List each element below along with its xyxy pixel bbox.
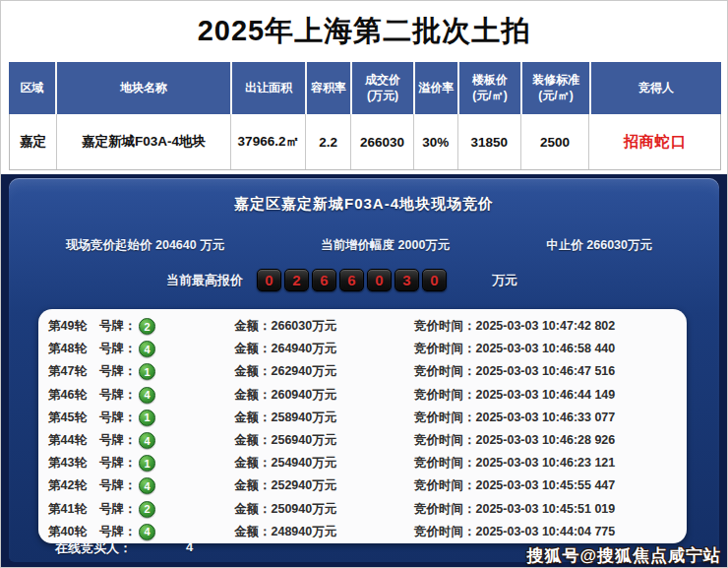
highest-bid-digit-display: 0266030 <box>257 269 447 291</box>
bid-round-row: 第41轮 号牌： 2 金额：250940万元 竞价时间：2025-03-03 1… <box>38 498 687 521</box>
bid-time: 竞价时间：2025-03-03 10:44:04 775 <box>414 524 687 540</box>
screenshot-root: 2025年上海第二批次土拍 区域 地块名称 出让面积 容积率 成交价 (万元) … <box>0 0 728 568</box>
amount-label: 金额： <box>234 388 272 402</box>
bid-time: 竞价时间：2025-03-03 10:45:51 019 <box>414 501 687 518</box>
bid-digit: 2 <box>284 269 309 291</box>
amount-value: 264940万元 <box>272 342 337 355</box>
round-number: 第44轮 <box>48 432 99 449</box>
amount-value: 262940万元 <box>272 364 337 378</box>
bid-amount: 金额：264940万元 <box>234 341 414 357</box>
stop-price-text: 中止价 266030万元 <box>546 237 652 254</box>
time-value: 2025-03-03 10:45:55 447 <box>476 478 616 492</box>
auction-panel-inner: 嘉定区嘉定新城F03A-4地块现场竞价 现场竞价起始价 204640 万元 当前… <box>9 178 719 562</box>
amount-value: 260940万元 <box>272 388 337 402</box>
plate-label: 号牌： <box>99 318 139 335</box>
bid-amount: 金额：258940万元 <box>234 410 414 426</box>
time-label: 竞价时间： <box>414 364 476 378</box>
time-label: 竞价时间： <box>414 456 476 470</box>
bid-round-row: 第48轮 号牌： 4 金额：264940万元 竞价时间：2025-03-03 1… <box>38 338 687 360</box>
amount-value: 266030万元 <box>272 319 337 333</box>
amount-label: 金额： <box>234 342 272 355</box>
amount-value: 248940万元 <box>272 525 337 538</box>
table-header-row: 区域 地块名称 出让面积 容积率 成交价 (万元) 溢价率 楼板价 (元/㎡) … <box>9 62 721 114</box>
amount-label: 金额： <box>234 502 272 516</box>
time-value: 2025-03-03 10:44:04 775 <box>476 525 616 538</box>
plate-label: 号牌： <box>99 432 139 449</box>
round-number: 第47轮 <box>48 363 99 380</box>
time-label: 竞价时间： <box>414 478 476 492</box>
col-header-floor-price: 楼板价 (元/㎡) <box>459 62 522 114</box>
bidder-plate-badge: 2 <box>139 318 155 335</box>
time-label: 竞价时间： <box>414 410 476 424</box>
bid-amount: 金额：254940万元 <box>234 455 414 472</box>
bid-round-row: 第45轮 号牌： 1 金额：258940万元 竞价时间：2025-03-03 1… <box>38 407 687 429</box>
amount-value: 250940万元 <box>272 502 337 516</box>
col-header-premium-rate: 溢价率 <box>415 62 459 114</box>
online-bidders-bar: 在线竞买人： 4 <box>55 539 193 557</box>
increment-text: 当前增价幅度 2000万元 <box>321 237 450 254</box>
title-bar: 2025年上海第二批次土拍 <box>1 1 727 61</box>
time-label: 竞价时间： <box>414 433 476 447</box>
bid-amount: 金额：266030万元 <box>234 318 414 335</box>
time-value: 2025-03-03 10:46:33 077 <box>476 410 616 424</box>
bidder-plate-badge: 1 <box>139 455 155 472</box>
time-value: 2025-03-03 10:46:47 516 <box>476 364 616 378</box>
col-header-deal-price: 成交价 (万元) <box>352 62 415 114</box>
bid-digit: 0 <box>257 269 281 291</box>
bid-round-row: 第42轮 号牌： 4 金额：252940万元 竞价时间：2025-03-03 1… <box>38 474 687 497</box>
bid-time: 竞价时间：2025-03-03 10:46:47 516 <box>414 363 687 380</box>
time-value: 2025-03-03 10:45:51 019 <box>476 502 616 516</box>
amount-label: 金额： <box>234 456 272 470</box>
bidder-plate-badge: 4 <box>139 432 155 449</box>
time-label: 竞价时间： <box>414 388 476 402</box>
bid-amount: 金额：248940万元 <box>234 524 414 540</box>
bid-time: 竞价时间：2025-03-03 10:47:42 802 <box>414 318 687 335</box>
bidder-plate-badge: 4 <box>139 341 155 357</box>
amount-label: 金额： <box>234 478 272 492</box>
plate-label: 号牌： <box>99 524 139 540</box>
cell-decoration: 2500 <box>521 114 590 169</box>
bidder-plate-badge: 4 <box>139 387 155 404</box>
cell-premium-rate: 30% <box>414 114 458 169</box>
plate-label: 号牌： <box>99 501 139 518</box>
amount-value: 256940万元 <box>272 433 337 447</box>
bid-amount: 金额：260940万元 <box>234 387 414 404</box>
round-number: 第45轮 <box>48 410 99 426</box>
bid-digit: 0 <box>422 269 447 291</box>
watermark-text: 搜狐号@搜狐焦点咸宁站 <box>526 544 721 567</box>
bid-time: 竞价时间：2025-03-03 10:46:33 077 <box>414 410 687 426</box>
bid-round-row: 第44轮 号牌： 4 金额：256940万元 竞价时间：2025-03-03 1… <box>38 429 687 452</box>
amount-label: 金额： <box>234 433 272 447</box>
plate-label: 号牌： <box>99 341 139 357</box>
bid-digit: 3 <box>394 269 419 291</box>
bid-digit: 6 <box>312 269 336 291</box>
round-number: 第49轮 <box>48 318 99 335</box>
amount-value: 254940万元 <box>272 456 337 470</box>
col-header-region: 区域 <box>9 62 57 114</box>
col-header-area: 出让面积 <box>232 62 307 114</box>
table-data-row: 嘉定 嘉定新城F03A-4地块 37966.2㎡ 2.2 266030 30% … <box>9 114 721 170</box>
cell-area: 37966.2㎡ <box>231 114 306 169</box>
bidder-plate-badge: 2 <box>139 501 155 518</box>
round-number: 第42轮 <box>48 477 99 494</box>
col-header-plot-name: 地块名称 <box>57 62 232 114</box>
amount-value: 258940万元 <box>272 410 337 424</box>
bidder-plate-badge: 1 <box>139 363 155 380</box>
online-bidders-count: 4 <box>186 539 193 557</box>
amount-label: 金额： <box>234 410 272 424</box>
round-number: 第46轮 <box>48 387 99 404</box>
start-price-text: 现场竞价起始价 204640 万元 <box>66 237 224 254</box>
cell-winner: 招商蛇口 <box>589 114 720 169</box>
time-value: 2025-03-03 10:46:44 149 <box>476 388 616 402</box>
time-label: 竞价时间： <box>414 319 476 333</box>
col-header-plot-ratio: 容积率 <box>307 62 352 114</box>
auction-info-row: 现场竞价起始价 204640 万元 当前增价幅度 2000万元 中止价 2660… <box>9 237 719 254</box>
plate-label: 号牌： <box>99 455 139 472</box>
bid-round-list: 第49轮 号牌： 2 金额：266030万元 竞价时间：2025-03-03 1… <box>38 309 687 543</box>
plate-label: 号牌： <box>99 363 139 380</box>
bid-round-row: 第46轮 号牌： 4 金额：260940万元 竞价时间：2025-03-03 1… <box>38 384 687 407</box>
bidder-plate-badge: 1 <box>139 410 155 426</box>
bid-time: 竞价时间：2025-03-03 10:46:23 121 <box>414 455 687 472</box>
bid-amount: 金额：252940万元 <box>234 477 414 494</box>
round-number: 第40轮 <box>48 524 99 540</box>
